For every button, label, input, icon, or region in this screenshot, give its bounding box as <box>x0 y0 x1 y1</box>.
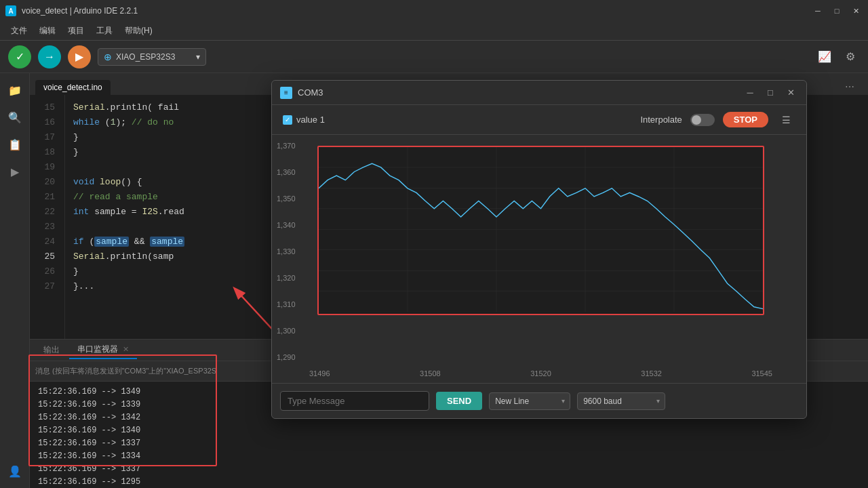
serial-line-7: 15:22:36.169 --> 1337 <box>38 463 860 476</box>
line-num-17: 17 <box>30 130 59 145</box>
toggle-thumb <box>692 115 701 125</box>
menu-dots-button[interactable]: ☰ <box>776 110 795 129</box>
x-label-31496: 31496 <box>309 369 330 378</box>
sidebar-item-boards[interactable]: 📋 <box>3 133 26 156</box>
bottom-tab-serial[interactable]: 串口监视器 ✕ <box>69 341 137 359</box>
interpolate-toggle[interactable] <box>690 114 715 126</box>
y-label-1340: 1,340 <box>277 221 296 229</box>
minimize-button[interactable]: ─ <box>811 4 825 18</box>
value1-checkbox-label[interactable]: ✓ value 1 <box>283 115 325 125</box>
close-button[interactable]: ✕ <box>849 4 863 18</box>
y-label-1360: 1,360 <box>277 168 296 176</box>
y-label-1320: 1,320 <box>277 274 296 282</box>
serial-plotter-button[interactable]: 📈 <box>815 47 834 66</box>
chart-area <box>317 146 764 315</box>
board-selector[interactable]: ⊕ XIAO_ESP32S3 ▾ <box>98 48 206 66</box>
file-tab-name: voice_detect.ino <box>43 83 102 92</box>
tab-options: ⋯ <box>842 79 863 95</box>
checkmark-icon: ✓ <box>285 116 290 123</box>
newline-select[interactable]: New Line No Line Ending Carriage Return … <box>489 392 570 410</box>
line-num-25: 25 <box>30 249 59 264</box>
modal-send-area: SEND New Line No Line Ending Carriage Re… <box>272 383 806 418</box>
chart-svg <box>319 147 763 312</box>
line-num-23: 23 <box>30 220 59 235</box>
line-num-26: 26 <box>30 264 59 279</box>
sidebar-item-user[interactable]: 👤 <box>3 460 26 483</box>
line-numbers: 15 16 17 18 19 20 21 22 23 24 25 26 27 <box>30 95 65 339</box>
y-label-1370: 1,370 <box>277 142 296 150</box>
line-num-22: 22 <box>30 205 59 220</box>
line-num-20: 20 <box>30 175 59 190</box>
x-label-31545: 31545 <box>751 369 772 378</box>
serial-message-hint: 消息 (按回车将消息发送到"COM3"上的"XIAO_ESP32S <box>35 366 216 376</box>
baud-select[interactable]: 9600 baud 115200 baud 4800 baud <box>577 392 665 410</box>
menu-help[interactable]: 帮助(H) <box>119 24 158 38</box>
menu-project[interactable]: 项目 <box>62 24 90 38</box>
board-selector-arrow: ▾ <box>196 52 200 62</box>
menu-bar: 文件 编辑 项目 工具 帮助(H) <box>0 22 868 41</box>
baud-select-wrapper: 9600 baud 115200 baud 4800 baud ▾ <box>577 392 665 410</box>
newline-select-wrapper: New Line No Line Ending Carriage Return … <box>489 392 570 410</box>
modal-close-button[interactable]: ✕ <box>783 85 798 100</box>
modal-title-bar: ≡ COM3 ─ □ ✕ <box>272 81 806 105</box>
line-num-16: 16 <box>30 115 59 130</box>
y-axis-labels: 1,370 1,360 1,350 1,340 1,330 1,320 1,31… <box>277 140 296 363</box>
line-num-24: 24 <box>30 235 59 249</box>
modal-com-icon: ≡ <box>280 87 292 99</box>
line-num-19: 19 <box>30 160 59 175</box>
modal-minimize-button[interactable]: ─ <box>743 85 757 100</box>
y-label-1290: 1,290 <box>277 353 296 361</box>
chart-wrapper: 1,370 1,360 1,350 1,340 1,330 1,320 1,31… <box>309 140 772 363</box>
y-label-1350: 1,350 <box>277 195 296 203</box>
sidebar-item-files[interactable]: 📁 <box>3 79 26 102</box>
value1-label: value 1 <box>296 115 325 125</box>
x-axis-labels: 31496 31508 31520 31532 31545 <box>309 369 772 378</box>
debug-button[interactable]: ▶ <box>68 45 91 68</box>
line-num-27: 27 <box>30 279 59 294</box>
board-icon: ⊕ <box>104 52 112 62</box>
file-tab-voice-detect[interactable]: voice_detect.ino <box>35 80 111 95</box>
maximize-button[interactable]: □ <box>830 4 844 18</box>
sidebar: 📁 🔍 📋 ▶ 👤 <box>0 73 30 488</box>
line-num-21: 21 <box>30 190 59 205</box>
app-icon: A <box>5 5 16 16</box>
serial-line-4: 15:22:36.169 --> 1340 <box>38 424 860 437</box>
board-name: XIAO_ESP32S3 <box>116 52 175 62</box>
line-num-18: 18 <box>30 145 59 160</box>
tab-options-button[interactable]: ⋯ <box>842 79 857 95</box>
x-label-31532: 31532 <box>641 369 662 378</box>
serial-line-5: 15:22:36.169 --> 1337 <box>38 437 860 450</box>
chart-container: 1,370 1,360 1,350 1,340 1,330 1,320 1,31… <box>272 135 806 383</box>
settings-button[interactable]: ⚙ <box>841 47 860 66</box>
message-input[interactable] <box>280 391 429 411</box>
serial-tab-close[interactable]: ✕ <box>123 345 129 353</box>
modal-maximize-button[interactable]: □ <box>763 85 778 100</box>
menu-edit[interactable]: 编辑 <box>34 24 61 38</box>
line-num-15: 15 <box>30 100 59 115</box>
verify-button[interactable]: ✓ <box>8 45 31 68</box>
sidebar-item-debug[interactable]: ▶ <box>3 160 26 183</box>
value1-checkbox[interactable]: ✓ <box>283 115 292 125</box>
serial-line-8: 15:22:36.169 --> 1295 <box>38 476 860 488</box>
title-bar: A voice_detect | Arduino IDE 2.2.1 ─ □ ✕ <box>0 0 868 22</box>
serial-line-6: 15:22:36.169 --> 1334 <box>38 450 860 463</box>
modal-title-text: COM3 <box>298 87 737 98</box>
y-label-1310: 1,310 <box>277 300 296 308</box>
menu-file[interactable]: 文件 <box>5 24 33 38</box>
menu-tools[interactable]: 工具 <box>91 24 118 38</box>
bottom-tab-output[interactable]: 输出 <box>35 342 68 359</box>
toolbar: ✓ → ▶ ⊕ XIAO_ESP32S3 ▾ 📈 ⚙ <box>0 41 868 73</box>
y-label-1300: 1,300 <box>277 327 296 335</box>
title-text: voice_detect | Arduino IDE 2.2.1 <box>22 6 806 16</box>
toolbar-right: 📈 ⚙ <box>815 47 860 66</box>
interpolate-label: Interpolate <box>640 115 682 125</box>
modal-toolbar: ✓ value 1 Interpolate STOP ☰ <box>272 105 806 135</box>
x-label-31508: 31508 <box>420 369 441 378</box>
serial-monitor-modal: ≡ COM3 ─ □ ✕ ✓ value 1 Interpolate STOP … <box>271 80 807 419</box>
x-label-31520: 31520 <box>530 369 551 378</box>
stop-button[interactable]: STOP <box>723 112 768 127</box>
upload-button[interactable]: → <box>38 45 61 68</box>
sidebar-item-search[interactable]: 🔍 <box>3 106 26 129</box>
send-button[interactable]: SEND <box>436 392 482 410</box>
y-label-1330: 1,330 <box>277 247 296 256</box>
